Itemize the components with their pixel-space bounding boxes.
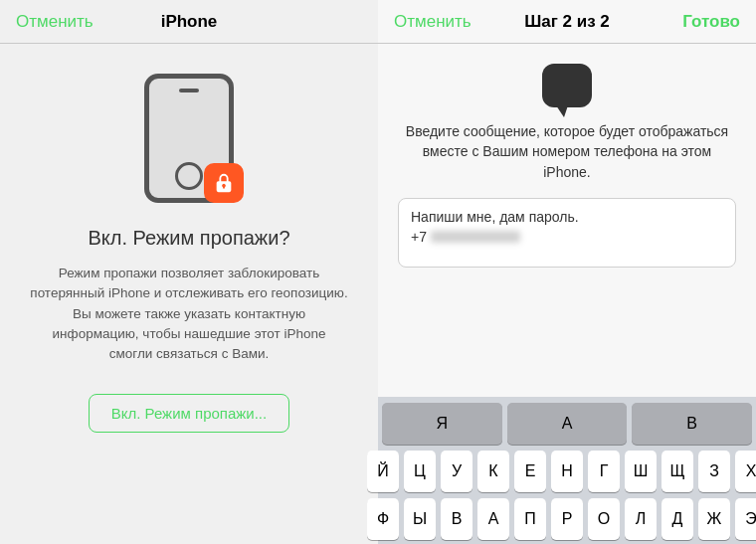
key-l[interactable]: Л [625,498,657,540]
left-panel: Отменить iPhone Вкл. Режим пропажи? Режи… [0,0,378,544]
left-heading: Вкл. Режим пропажи? [88,227,289,250]
speech-bubble-icon [542,64,592,107]
key-sh[interactable]: Ш [625,451,657,492]
key-ts[interactable]: Ц [404,451,436,492]
right-panel: Отменить Шаг 2 из 2 Готово Введите сообщ… [378,0,756,544]
key-v2[interactable]: В [441,498,472,540]
left-cancel-button[interactable]: Отменить [16,12,94,32]
phone-number-row: +7 [411,229,723,245]
key-eh[interactable]: Э [735,498,756,540]
left-title: iPhone [161,12,218,32]
key-j[interactable]: Й [367,451,399,492]
key-ya[interactable]: Я [382,403,502,445]
key-d[interactable]: Д [662,498,693,540]
key-f[interactable]: Ф [367,498,399,540]
key-g[interactable]: Г [588,451,620,492]
left-content: Вкл. Режим пропажи? Режим пропажи позвол… [0,44,378,544]
keyboard-suggestion-row: Я А В [382,403,752,445]
key-u[interactable]: У [441,451,472,492]
key-v[interactable]: В [632,403,752,445]
right-content: Введите сообщение, которое будет отображ… [378,44,756,397]
key-a2[interactable]: А [477,498,509,540]
key-e[interactable]: Е [514,451,546,492]
key-p[interactable]: П [514,498,546,540]
message-content: Напиши мне, дам пароль. [411,209,723,225]
keyboard: Я А В Й Ц У К Е Н Г Ш Щ З Х Ф Ы В А П Р … [378,397,756,544]
right-header: Отменить Шаг 2 из 2 Готово [378,0,756,44]
lock-icon [213,172,235,194]
done-button[interactable]: Готово [682,12,740,32]
right-cancel-button[interactable]: Отменить [394,12,472,32]
key-n[interactable]: Н [551,451,583,492]
keyboard-row-2: Й Ц У К Е Н Г Ш Щ З Х [382,451,752,492]
step-indicator: Шаг 2 из 2 [524,12,610,32]
key-y[interactable]: Ы [404,498,436,540]
key-shch[interactable]: Щ [662,451,693,492]
lock-badge-icon [204,163,244,203]
key-zh[interactable]: Ж [698,498,730,540]
key-k[interactable]: К [477,451,509,492]
keyboard-row-3: Ф Ы В А П Р О Л Д Ж Э [382,498,752,540]
left-header: Отменить iPhone [0,0,378,44]
phone-with-lock-icon [134,74,244,203]
key-z[interactable]: З [698,451,730,492]
key-h[interactable]: Х [735,451,756,492]
message-instruction-text: Введите сообщение, которое будет отображ… [398,121,736,182]
message-input-area[interactable]: Напиши мне, дам пароль. +7 [398,198,736,268]
key-r[interactable]: Р [551,498,583,540]
blurred-phone-number [431,231,520,243]
phone-prefix: +7 [411,229,427,245]
key-o[interactable]: О [588,498,620,540]
key-a[interactable]: А [507,403,628,445]
left-description: Режим пропажи позволяет заблокировать по… [30,264,348,364]
enable-lost-mode-button[interactable]: Вкл. Режим пропажи... [89,394,289,433]
